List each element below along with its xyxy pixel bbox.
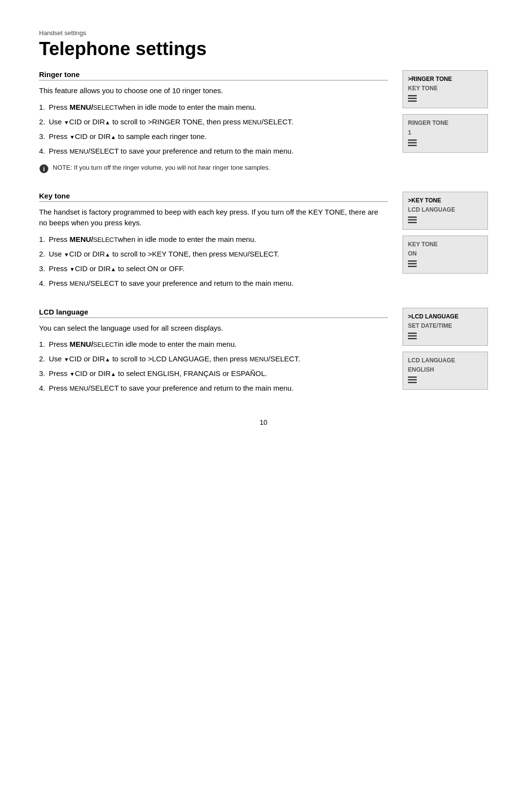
- svg-rect-12: [408, 263, 417, 265]
- step-num-ringer-tone-4: 4.: [39, 145, 49, 157]
- page-title: Telephone settings: [39, 39, 488, 59]
- step-num-key-tone-2: 2.: [39, 248, 49, 260]
- lcd-line-key-tone-0-1: LCD LANGUAGE: [408, 205, 483, 215]
- lcd-screens-lcd-language: >LCD LANGUAGESET DATE/TIME LCD LANGUAGEE…: [403, 308, 488, 399]
- step-text-key-tone-4: Press MENU/SELECT to save your preferenc…: [49, 277, 388, 289]
- step-key-tone-2: 2.Use ▼CID or DIR▲ to scroll to >KEY TON…: [39, 248, 388, 260]
- svg-rect-14: [408, 333, 417, 334]
- step-text-ringer-tone-3: Press ▼CID or DIR▲ to sample each ringer…: [49, 131, 388, 142]
- step-num-key-tone-4: 4.: [39, 277, 49, 289]
- svg-rect-4: [408, 100, 417, 102]
- step-text-lcd-language-4: Press MENU/SELECT to save your preferenc…: [49, 382, 388, 394]
- step-ringer-tone-4: 4.Press MENU/SELECT to save your prefere…: [39, 145, 388, 157]
- section-intro-lcd-language: You can select the language used for all…: [39, 323, 388, 334]
- lcd-box-ringer-tone-1: RINGER TONE1: [403, 114, 488, 152]
- step-lcd-language-2: 2.Use ▼CID or DIR▲ to scroll to >LCD LAN…: [39, 353, 388, 365]
- svg-rect-8: [408, 217, 417, 218]
- step-text-key-tone-1: Press MENU/SELECTwhen in idle mode to en…: [49, 234, 388, 245]
- svg-rect-17: [408, 376, 417, 378]
- info-icon: i: [39, 162, 49, 178]
- step-key-tone-3: 3.Press ▼CID or DIR▲ to select ON or OFF…: [39, 263, 388, 275]
- section-lcd-language: LCD languageYou can select the language …: [39, 308, 488, 399]
- section-steps-key-tone: 1.Press MENU/SELECTwhen in idle mode to …: [39, 234, 388, 289]
- section-intro-key-tone: The handset is factory programmed to bee…: [39, 207, 388, 229]
- step-ringer-tone-1: 1.Press MENU/SELECTwhen in idle mode to …: [39, 101, 388, 113]
- step-num-ringer-tone-3: 3.: [39, 131, 49, 142]
- svg-rect-7: [408, 145, 417, 146]
- lcd-menu-icon: [408, 139, 483, 148]
- svg-rect-6: [408, 142, 417, 143]
- svg-rect-13: [408, 266, 417, 267]
- lcd-line-lcd-language-0-1: SET DATE/TIME: [408, 321, 483, 331]
- lcd-screens-key-tone: >KEY TONELCD LANGUAGE KEY TONEON: [403, 192, 488, 294]
- step-num-key-tone-1: 1.: [39, 234, 49, 245]
- step-num-ringer-tone-2: 2.: [39, 116, 49, 128]
- section-content-ringer-tone: Ringer toneThis feature allows you to ch…: [39, 70, 403, 178]
- lcd-line-ringer-tone-1-1: 1: [408, 128, 483, 138]
- svg-rect-19: [408, 382, 417, 383]
- step-text-ringer-tone-1: Press MENU/SELECTwhen in idle mode to en…: [49, 101, 388, 113]
- section-content-lcd-language: LCD languageYou can select the language …: [39, 308, 403, 399]
- lcd-box-key-tone-0: >KEY TONELCD LANGUAGE: [403, 192, 488, 230]
- lcd-line-ringer-tone-1-0: RINGER TONE: [408, 119, 483, 128]
- lcd-menu-icon: [408, 376, 483, 385]
- page-number: 10: [39, 418, 488, 426]
- lcd-menu-icon: [408, 217, 483, 225]
- svg-rect-5: [408, 139, 417, 141]
- lcd-line-ringer-tone-0-1: KEY TONE: [408, 84, 483, 93]
- section-key-tone: Key toneThe handset is factory programme…: [39, 192, 488, 294]
- step-text-key-tone-3: Press ▼CID or DIR▲ to select ON or OFF.: [49, 263, 388, 275]
- section-note-ringer-tone: i NOTE: If you turn off the ringer volum…: [39, 163, 388, 178]
- step-lcd-language-1: 1.Press MENU/SELECTin idle mode to enter…: [39, 338, 388, 350]
- section-steps-ringer-tone: 1.Press MENU/SELECTwhen in idle mode to …: [39, 101, 388, 157]
- section-header-key-tone: Key tone: [39, 192, 388, 202]
- step-key-tone-1: 1.Press MENU/SELECTwhen in idle mode to …: [39, 234, 388, 245]
- step-key-tone-4: 4.Press MENU/SELECT to save your prefere…: [39, 277, 388, 289]
- lcd-box-key-tone-1: KEY TONEON: [403, 236, 488, 274]
- section-steps-lcd-language: 1.Press MENU/SELECTin idle mode to enter…: [39, 338, 388, 394]
- lcd-screens-ringer-tone: >RINGER TONEKEY TONE RINGER TONE1: [403, 70, 488, 178]
- section-content-key-tone: Key toneThe handset is factory programme…: [39, 192, 403, 294]
- step-text-lcd-language-3: Press ▼CID or DIR▲ to select ENGLISH, FR…: [49, 368, 388, 379]
- lcd-line-key-tone-1-1: ON: [408, 249, 483, 258]
- section-header-ringer-tone: Ringer tone: [39, 70, 388, 80]
- section-header-lcd-language: LCD language: [39, 308, 388, 318]
- section-intro-ringer-tone: This feature allows you to choose one of…: [39, 85, 388, 97]
- lcd-line-key-tone-0-0: >KEY TONE: [408, 196, 483, 205]
- step-text-lcd-language-1: Press MENU/SELECTin idle mode to enter t…: [49, 338, 388, 350]
- lcd-line-key-tone-1-0: KEY TONE: [408, 240, 483, 249]
- svg-text:i: i: [43, 165, 45, 173]
- step-ringer-tone-3: 3.Press ▼CID or DIR▲ to sample each ring…: [39, 131, 388, 142]
- lcd-line-lcd-language-1-0: LCD LANGUAGE: [408, 356, 483, 365]
- step-num-lcd-language-2: 2.: [39, 353, 49, 365]
- lcd-menu-icon: [408, 95, 483, 104]
- svg-rect-16: [408, 338, 417, 339]
- lcd-box-lcd-language-0: >LCD LANGUAGESET DATE/TIME: [403, 308, 488, 346]
- svg-rect-3: [408, 98, 417, 99]
- svg-rect-11: [408, 260, 417, 262]
- step-text-ringer-tone-2: Use ▼CID or DIR▲ to scroll to >RINGER TO…: [49, 116, 388, 128]
- step-num-lcd-language-3: 3.: [39, 368, 49, 379]
- breadcrumb: Handset settings: [39, 29, 488, 37]
- lcd-box-ringer-tone-0: >RINGER TONEKEY TONE: [403, 70, 488, 108]
- note-text: NOTE: If you turn off the ringer volume,…: [53, 163, 270, 173]
- step-num-key-tone-3: 3.: [39, 263, 49, 275]
- step-text-lcd-language-2: Use ▼CID or DIR▲ to scroll to >LCD LANGU…: [49, 353, 388, 365]
- lcd-line-lcd-language-1-1: ENGLISH: [408, 365, 483, 375]
- step-lcd-language-3: 3.Press ▼CID or DIR▲ to select ENGLISH, …: [39, 368, 388, 379]
- lcd-line-lcd-language-0-0: >LCD LANGUAGE: [408, 312, 483, 321]
- step-num-ringer-tone-1: 1.: [39, 101, 49, 113]
- step-num-lcd-language-4: 4.: [39, 382, 49, 394]
- lcd-menu-icon: [408, 260, 483, 269]
- step-text-ringer-tone-4: Press MENU/SELECT to save your preferenc…: [49, 145, 388, 157]
- svg-rect-9: [408, 219, 417, 220]
- step-ringer-tone-2: 2.Use ▼CID or DIR▲ to scroll to >RINGER …: [39, 116, 388, 128]
- svg-rect-15: [408, 335, 417, 337]
- svg-rect-18: [408, 379, 417, 381]
- section-ringer-tone: Ringer toneThis feature allows you to ch…: [39, 70, 488, 178]
- step-num-lcd-language-1: 1.: [39, 338, 49, 350]
- step-lcd-language-4: 4.Press MENU/SELECT to save your prefere…: [39, 382, 388, 394]
- lcd-line-ringer-tone-0-0: >RINGER TONE: [408, 75, 483, 84]
- lcd-box-lcd-language-1: LCD LANGUAGEENGLISH: [403, 352, 488, 390]
- lcd-menu-icon: [408, 333, 483, 341]
